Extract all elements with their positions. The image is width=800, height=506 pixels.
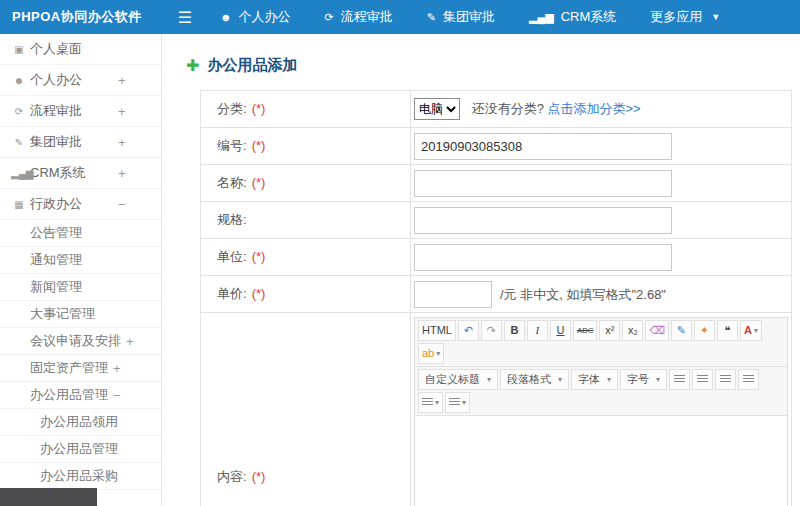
- redo-icon[interactable]: ↷: [481, 320, 502, 341]
- html-mode-button[interactable]: HTML: [418, 320, 456, 341]
- person-icon: ☻: [11, 75, 27, 86]
- nav-item-crm-system[interactable]: ▂▄▆ CRM系统: [529, 8, 616, 26]
- sidebar-item-personal-desktop[interactable]: ▣ 个人桌面: [0, 34, 161, 65]
- sidebar-item-label: 大事记管理: [30, 305, 95, 323]
- align-left-icon: [674, 375, 685, 384]
- sidebar-item-label: CRM系统: [30, 164, 86, 182]
- top-navigation: ☻ 个人办公 ⟳ 流程审批 ✎ 集团审批 ▂▄▆ CRM系统 更多应用 ▼: [220, 8, 720, 26]
- align-left-button[interactable]: [669, 369, 690, 390]
- name-label: 名称:(*): [201, 165, 411, 202]
- price-label: 单价:(*): [201, 276, 411, 313]
- nav-label: 个人办公: [239, 8, 291, 26]
- paragraph-format-label: 段落格式: [507, 372, 551, 387]
- font-color-letter: A: [744, 325, 752, 336]
- blockquote-icon[interactable]: ❝: [717, 320, 738, 341]
- highlight-color-button[interactable]: ab ▾: [418, 343, 444, 364]
- superscript-button[interactable]: x²: [599, 320, 620, 341]
- chart-icon: ▂▄▆: [11, 168, 27, 179]
- sidebar-item-notice-management[interactable]: 通知管理: [0, 247, 161, 274]
- font-size-label: 字号: [627, 372, 649, 387]
- autoformat-icon[interactable]: ✦: [694, 320, 715, 341]
- sidebar-item-label: 会议申请及安排: [30, 332, 121, 350]
- sidebar-item-group-approval[interactable]: ✎ 集团审批 +: [0, 127, 161, 158]
- sidebar: ▣ 个人桌面 ☻ 个人办公 + ⟳ 流程审批 + ✎ 集团审批 + ▂▄▆ CR…: [0, 34, 162, 506]
- expand-icon: +: [126, 334, 134, 349]
- font-color-button[interactable]: A ▾: [740, 320, 762, 341]
- number-input[interactable]: [414, 133, 672, 160]
- unordered-list-icon: [449, 398, 460, 407]
- spec-input[interactable]: [414, 207, 672, 234]
- underline-button[interactable]: U: [550, 320, 571, 341]
- editor-content-area[interactable]: [415, 416, 787, 506]
- unordered-list-button[interactable]: ▾: [445, 392, 470, 413]
- italic-button[interactable]: I: [527, 320, 548, 341]
- eraser-icon[interactable]: ⌫: [645, 320, 669, 341]
- supply-add-form: 分类:(*) 电脑 还没有分类? 点击添加分类>> 编号:(*) 名称:(*): [200, 90, 792, 506]
- sidebar-item-label: 流程审批: [30, 102, 82, 120]
- price-input[interactable]: [414, 281, 492, 308]
- sidebar-item-label: 固定资产管理: [30, 359, 108, 377]
- align-right-button[interactable]: [715, 369, 736, 390]
- sidebar-item-news-management[interactable]: 新闻管理: [0, 274, 161, 301]
- nav-item-personal-office[interactable]: ☻ 个人办公: [220, 8, 291, 26]
- category-select[interactable]: 电脑: [414, 98, 460, 120]
- spec-label: 规格:: [201, 202, 411, 239]
- required-mark: (*): [252, 249, 266, 264]
- sidebar-item-memorabilia-management[interactable]: 大事记管理: [0, 301, 161, 328]
- strikethrough-button[interactable]: ABC: [573, 320, 597, 341]
- add-category-link[interactable]: 点击添加分类>>: [547, 101, 640, 116]
- sidebar-item-label: 个人办公: [30, 71, 82, 89]
- sidebar-item-office-supplies-manage[interactable]: 办公用品管理: [0, 436, 161, 463]
- undo-icon[interactable]: ↶: [458, 320, 479, 341]
- form-row-number: 编号:(*): [201, 128, 792, 165]
- hamburger-icon: ☰: [178, 9, 192, 26]
- caret-down-icon: ▾: [607, 375, 611, 384]
- sidebar-item-label: 集团审批: [30, 133, 82, 151]
- ordered-list-button[interactable]: ▾: [418, 392, 443, 413]
- nav-item-process-approval[interactable]: ⟳ 流程审批: [325, 8, 393, 26]
- sidebar-item-admin-office[interactable]: ▦ 行政办公 −: [0, 189, 161, 220]
- unit-input[interactable]: [414, 244, 672, 271]
- menu-toggle-button[interactable]: ☰: [162, 8, 208, 27]
- price-hint: /元 非中文, 如填写格式"2.68": [500, 287, 666, 302]
- sidebar-item-label: 个人桌面: [30, 40, 82, 58]
- page-title-text: 办公用品添加: [207, 56, 297, 75]
- nav-item-more-apps[interactable]: 更多应用 ▼: [650, 8, 720, 26]
- custom-style-select[interactable]: 自定义标题 ▾: [418, 369, 498, 390]
- caret-down-icon: ▾: [462, 399, 466, 407]
- category-label: 分类:(*): [201, 91, 411, 128]
- nav-item-group-approval[interactable]: ✎ 集团审批: [427, 8, 495, 26]
- font-family-label: 字体: [578, 372, 600, 387]
- align-justify-button[interactable]: [738, 369, 759, 390]
- bold-button[interactable]: B: [504, 320, 525, 341]
- sidebar-item-announcement-management[interactable]: 公告管理: [0, 220, 161, 247]
- sidebar-item-fixed-assets[interactable]: 固定资产管理 +: [0, 355, 161, 382]
- sidebar-item-office-supplies-purchase[interactable]: 办公用品采购: [0, 463, 161, 490]
- caret-down-icon: ▼: [711, 12, 720, 22]
- sidebar-item-office-supplies-claim[interactable]: 办公用品领用: [0, 409, 161, 436]
- collapse-icon: −: [113, 388, 121, 403]
- briefcase-icon: ▦: [11, 199, 27, 210]
- form-row-price: 单价:(*) /元 非中文, 如填写格式"2.68": [201, 276, 792, 313]
- nav-label: 更多应用: [650, 8, 702, 26]
- font-size-select[interactable]: 字号 ▾: [620, 369, 667, 390]
- editor-toolbar-row1: HTML ↶ ↷ B I U ABC x² x₂ ⌫ ✎ ✦ ❝: [415, 318, 787, 367]
- subscript-button[interactable]: x₂: [622, 320, 643, 341]
- ordered-list-icon: [422, 398, 433, 407]
- font-family-select[interactable]: 字体 ▾: [571, 369, 618, 390]
- paragraph-format-select[interactable]: 段落格式 ▾: [500, 369, 569, 390]
- format-painter-icon[interactable]: ✎: [671, 320, 692, 341]
- chart-icon: ▂▄▆: [529, 12, 554, 23]
- form-row-category: 分类:(*) 电脑 还没有分类? 点击添加分类>>: [201, 91, 792, 128]
- sidebar-item-crm-system[interactable]: ▂▄▆ CRM系统 +: [0, 158, 161, 189]
- sidebar-bottom-partial-item[interactable]: [0, 488, 97, 506]
- sidebar-item-office-supplies-management[interactable]: 办公用品管理 −: [0, 382, 161, 409]
- sidebar-item-process-approval[interactable]: ⟳ 流程审批 +: [0, 96, 161, 127]
- category-hint: 还没有分类?: [472, 101, 544, 116]
- sidebar-item-personal-office[interactable]: ☻ 个人办公 +: [0, 65, 161, 96]
- align-center-button[interactable]: [692, 369, 713, 390]
- expand-icon: +: [118, 166, 126, 181]
- align-center-icon: [697, 375, 708, 384]
- sidebar-item-meeting-request[interactable]: 会议申请及安排 +: [0, 328, 161, 355]
- name-input[interactable]: [414, 170, 672, 197]
